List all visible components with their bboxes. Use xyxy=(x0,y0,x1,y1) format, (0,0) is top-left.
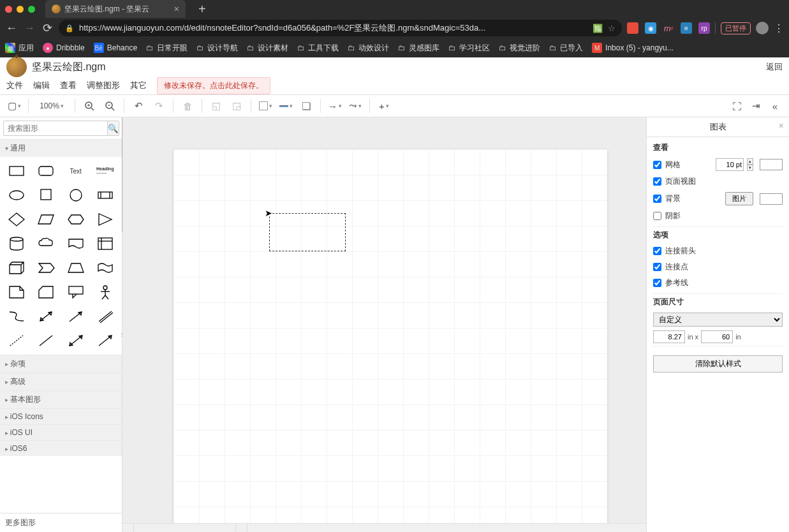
line-color-button[interactable]: ▾ xyxy=(277,97,295,115)
more-shapes-link[interactable]: 更多图形 xyxy=(0,513,122,532)
shape-parallelogram[interactable] xyxy=(32,208,60,231)
collapse-panels-button[interactable]: ⇥ xyxy=(747,97,765,115)
category-misc[interactable]: 杂项 xyxy=(0,355,122,373)
canvas-hscrollbar[interactable] xyxy=(122,523,646,532)
ext-icon-4[interactable]: ≡ xyxy=(681,22,692,34)
new-tab-button[interactable]: + xyxy=(198,2,206,17)
shape-rounded-rect[interactable] xyxy=(32,159,60,182)
apps-button[interactable]: ▦应用 xyxy=(5,43,34,54)
shadow-button[interactable] xyxy=(297,97,315,115)
connector-curved-button[interactable]: ⤳▾ xyxy=(346,97,364,115)
delete-button[interactable]: 🗑 xyxy=(179,97,196,115)
undo-button[interactable]: ↶ xyxy=(129,97,147,115)
menu-file[interactable]: 文件 xyxy=(6,80,23,91)
grid-size-up[interactable]: ▴ xyxy=(747,158,753,165)
zoom-dropdown[interactable]: 100%▾ xyxy=(34,97,70,115)
page-tab-add[interactable] xyxy=(236,524,247,532)
bookmark-folder-6[interactable]: 🗀灵感图库 xyxy=(398,43,439,54)
shape-text[interactable]: Text xyxy=(62,159,90,182)
bookmark-folder-1[interactable]: 🗀日常开眼 xyxy=(146,43,188,54)
shape-arrow[interactable] xyxy=(62,305,90,328)
shape-circle[interactable] xyxy=(62,184,90,207)
shape-ellipse[interactable] xyxy=(3,184,31,207)
shape-card[interactable] xyxy=(32,281,60,304)
window-close-button[interactable] xyxy=(5,6,12,13)
shape-cylinder[interactable] xyxy=(3,232,31,255)
browser-menu-button[interactable]: ⋮ xyxy=(774,22,784,34)
shape-trapezoid[interactable] xyxy=(62,256,90,279)
menu-arrange[interactable]: 调整图形 xyxy=(87,80,120,91)
grid-size-input[interactable] xyxy=(716,158,744,171)
window-maximize-button[interactable] xyxy=(28,6,35,13)
shape-search-button[interactable]: 🔍 xyxy=(108,121,119,136)
to-back-button[interactable]: ◲ xyxy=(228,97,246,115)
bookmark-dribbble[interactable]: ●Dribbble xyxy=(43,43,85,53)
grid-color-swatch[interactable] xyxy=(760,159,783,170)
shape-bidir-line[interactable] xyxy=(62,329,90,352)
page-size-select[interactable]: 自定义 xyxy=(653,313,783,327)
background-checkbox[interactable] xyxy=(653,195,661,203)
category-general[interactable]: 通用 xyxy=(0,139,122,157)
category-ios6[interactable]: iOS6 xyxy=(0,440,122,456)
shadow-checkbox[interactable] xyxy=(653,212,661,220)
document-title[interactable]: 坚果云绘图.ngm xyxy=(32,61,106,74)
page-tab-left[interactable] xyxy=(122,524,134,532)
ext-icon-3[interactable]: m8 xyxy=(663,22,674,34)
shape-square[interactable] xyxy=(32,184,60,207)
star-icon[interactable]: ☆ xyxy=(608,24,616,33)
category-ios-icons[interactable]: iOS Icons xyxy=(0,408,122,424)
shape-curve[interactable] xyxy=(3,305,31,328)
pause-badge[interactable]: 已暂停 xyxy=(721,22,751,34)
bookmark-folder-3[interactable]: 🗀设计素材 xyxy=(247,43,288,54)
bookmark-behance[interactable]: BēBehance xyxy=(94,43,137,53)
bookmark-folder-9[interactable]: 🗀已导入 xyxy=(549,43,583,54)
shape-hexagon[interactable] xyxy=(62,208,90,231)
zoom-out-button[interactable] xyxy=(101,97,119,115)
to-front-button[interactable]: ◱ xyxy=(207,97,225,115)
page-tab[interactable] xyxy=(134,524,236,532)
shape-actor[interactable] xyxy=(91,281,119,304)
bookmark-inbox[interactable]: MInbox (5) - yangyu... xyxy=(592,43,674,53)
shape-step[interactable] xyxy=(32,256,60,279)
shape-heading[interactable]: Heading━━━━ xyxy=(91,159,119,182)
menu-edit[interactable]: 编辑 xyxy=(33,80,50,91)
bg-color-swatch[interactable] xyxy=(760,193,783,205)
browser-tab[interactable]: 坚果云绘图.ngm - 坚果云 × xyxy=(45,0,186,18)
zoom-in-button[interactable] xyxy=(80,97,98,115)
nav-reload-button[interactable]: ⟳ xyxy=(41,21,54,35)
bookmark-folder-8[interactable]: 🗀视觉进阶 xyxy=(499,43,540,54)
grid-checkbox[interactable] xyxy=(653,161,661,169)
save-notice-button[interactable]: 修改未保存。点击此处保存。 xyxy=(157,77,270,94)
shape-document[interactable] xyxy=(62,232,90,255)
shape-internal-storage[interactable] xyxy=(91,232,119,255)
bg-image-button[interactable]: 图片 xyxy=(725,192,753,205)
canvas-page[interactable]: ➤ xyxy=(173,149,607,532)
shape-line-thick[interactable] xyxy=(91,305,119,328)
bookmark-folder-4[interactable]: 🗀工具下载 xyxy=(297,43,339,54)
nav-forward-button[interactable]: → xyxy=(23,22,36,35)
panel-close-button[interactable]: × xyxy=(779,121,784,131)
redo-button[interactable]: ↷ xyxy=(150,97,168,115)
shape-triangle[interactable] xyxy=(91,208,119,231)
layout-button[interactable]: ▢▾ xyxy=(5,97,23,115)
fill-color-button[interactable]: ▾ xyxy=(256,97,274,115)
shape-note[interactable] xyxy=(3,281,31,304)
connect-arrows-checkbox[interactable] xyxy=(653,247,661,255)
page-height-input[interactable] xyxy=(701,330,733,343)
shape-bidir-arrow[interactable] xyxy=(32,305,60,328)
category-basic[interactable]: 基本图形 xyxy=(0,390,122,408)
translate-icon[interactable]: 🈯 xyxy=(593,24,603,33)
omnibox[interactable]: 🔒 https://www.jianguoyun.com/d/edit/nsno… xyxy=(59,20,622,36)
back-link[interactable]: 返回 xyxy=(766,61,783,73)
shape-diamond[interactable] xyxy=(3,208,31,231)
shape-cloud[interactable] xyxy=(32,232,60,255)
bookmark-folder-7[interactable]: 🗀学习社区 xyxy=(448,43,490,54)
pageview-checkbox[interactable] xyxy=(653,177,661,186)
add-button[interactable]: +▾ xyxy=(375,97,393,115)
profile-avatar[interactable] xyxy=(756,22,769,34)
category-advanced[interactable]: 高级 xyxy=(0,373,122,390)
category-ios-ui[interactable]: iOS UI xyxy=(0,424,122,440)
shape-dashed-line[interactable] xyxy=(3,329,31,352)
connect-points-checkbox[interactable] xyxy=(653,263,661,271)
nav-back-button[interactable]: ← xyxy=(5,22,18,35)
